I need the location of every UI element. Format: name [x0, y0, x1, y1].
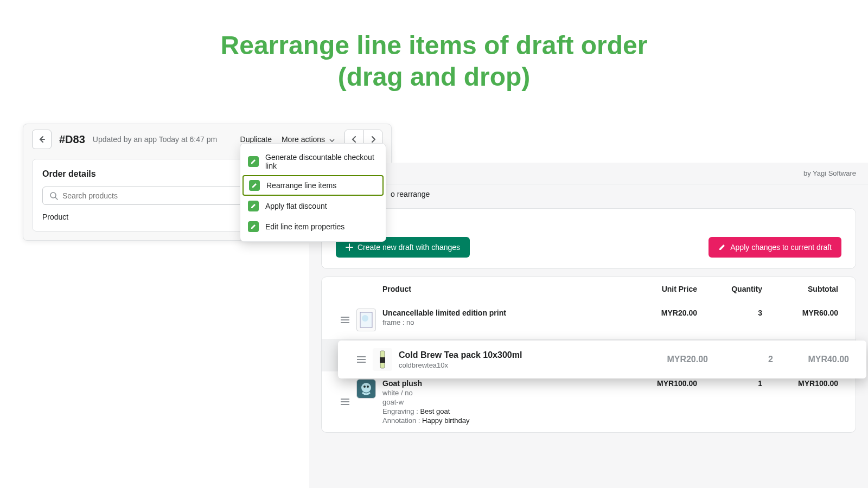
grip-icon: [340, 398, 350, 406]
quantity: 3: [697, 309, 762, 317]
apply-changes-button[interactable]: Apply changes to current draft: [709, 237, 841, 258]
more-actions-label: More actions: [282, 135, 325, 144]
chevron-left-icon: [352, 136, 357, 143]
product-name: Goat plush: [382, 379, 616, 388]
subtotal: MYR40.00: [773, 355, 854, 364]
subtotal: MYR100.00: [762, 379, 844, 388]
more-actions-dropdown: Generate discountable checkout link Rear…: [240, 143, 386, 242]
product-variant: white / no: [382, 389, 616, 397]
dropdown-item-edit-props[interactable]: Edit line item properties: [240, 216, 386, 237]
svg-point-16: [361, 383, 371, 393]
product-subline: frame : no: [382, 318, 616, 326]
svg-point-18: [367, 386, 369, 388]
unit-price: MYR20.00: [616, 309, 697, 317]
drop-placeholder: Cold Brew Tea pack 10x300ml coldbrewtea1…: [322, 339, 856, 371]
drag-handle[interactable]: [334, 316, 356, 324]
svg-point-17: [363, 386, 366, 388]
unit-price: MYR20.00: [627, 355, 708, 364]
dragging-row[interactable]: Cold Brew Tea pack 10x300ml coldbrewtea1…: [338, 341, 866, 378]
apply-changes-label: Apply changes to current draft: [730, 243, 832, 252]
grip-icon: [356, 356, 366, 363]
product-thumbnail: [373, 348, 392, 371]
pencil-icon: [718, 243, 726, 251]
svg-line-2: [55, 197, 58, 200]
dropdown-item-rearrange[interactable]: Rearrange line items: [242, 175, 384, 196]
back-button[interactable]: [32, 130, 52, 149]
hero-line1: Rearrange line items of draft order: [0, 30, 868, 61]
product-property: Annotation : Happy birthday: [382, 416, 616, 425]
plus-icon: [346, 243, 353, 251]
product-sku: goat-w: [382, 398, 616, 406]
product-property: Engraving : Best goat: [382, 407, 616, 415]
unit-price: MYR100.00: [616, 379, 697, 388]
search-icon: [49, 191, 58, 200]
rearrange-panel: by Yagi Software o rearrange ed changes.…: [309, 163, 868, 488]
pencil-icon: [248, 156, 259, 167]
quantity: 2: [708, 355, 773, 364]
product-name: Cold Brew Tea pack 10x300ml: [399, 350, 627, 360]
pencil-icon: [249, 180, 260, 191]
create-draft-label: Create new draft with changes: [358, 243, 460, 252]
svg-rect-12: [380, 357, 385, 363]
table-row: Goat plush white / no goat-w Engraving :…: [322, 371, 856, 432]
dropdown-label: Edit line item properties: [265, 222, 344, 231]
hero-title: Rearrange line items of draft order (dra…: [0, 0, 868, 92]
hint-text: o rearrange: [309, 184, 868, 201]
unsaved-changes-text: ed changes.: [336, 220, 841, 229]
grip-icon: [340, 316, 350, 324]
chevron-right-icon: [371, 136, 376, 143]
subtotal: MYR60.00: [762, 309, 844, 317]
dropdown-label: Apply flat discount: [265, 202, 327, 210]
drag-handle[interactable]: [350, 356, 373, 363]
product-subline: coldbrewtea10x: [399, 361, 627, 369]
dropdown-item-generate-link[interactable]: Generate discountable checkout link: [240, 148, 386, 175]
dropdown-item-flat-discount[interactable]: Apply flat discount: [240, 196, 386, 216]
changes-card: ed changes. Create new draft with change…: [321, 208, 856, 269]
duplicate-link[interactable]: Duplicate: [240, 135, 272, 144]
hero-line2: (drag and drop): [0, 61, 868, 93]
right-header: by Yagi Software: [309, 163, 868, 184]
table-row: Uncancellable limited edition print fram…: [322, 301, 856, 339]
col-unit-price: Unit Price: [616, 285, 697, 293]
chevron-down-icon: [329, 139, 335, 142]
drag-handle[interactable]: [334, 398, 356, 406]
dropdown-label: Generate discountable checkout link: [265, 153, 378, 170]
byline: by Yagi Software: [803, 169, 856, 177]
product-thumbnail: [356, 309, 376, 331]
quantity: 1: [697, 379, 762, 388]
order-id: #D83: [59, 133, 85, 146]
svg-point-7: [362, 315, 368, 322]
arrow-left-icon: [37, 135, 46, 144]
col-subtotal: Subtotal: [762, 285, 844, 293]
table-header: Product Unit Price Quantity Subtotal: [322, 277, 856, 301]
col-quantity: Quantity: [697, 285, 762, 293]
updated-text: Updated by an app Today at 6:47 pm: [93, 135, 217, 144]
product-thumbnail: [356, 379, 376, 399]
product-name: Uncancellable limited edition print: [382, 309, 616, 317]
pencil-icon: [248, 201, 259, 211]
pencil-icon: [248, 221, 259, 232]
col-product: Product: [382, 285, 616, 293]
line-items-table: Product Unit Price Quantity Subtotal Unc…: [321, 277, 856, 433]
more-actions-link[interactable]: More actions: [282, 135, 335, 144]
dropdown-label: Rearrange line items: [266, 181, 336, 190]
